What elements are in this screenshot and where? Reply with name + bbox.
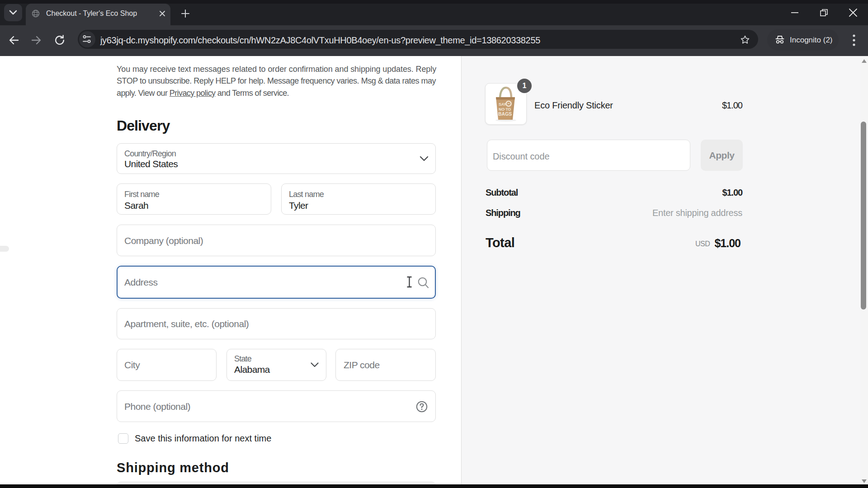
svg-text:NO·TO: NO·TO bbox=[499, 107, 511, 112]
svg-text:SAY: SAY bbox=[499, 102, 506, 107]
svg-text:BAGS: BAGS bbox=[498, 111, 512, 117]
